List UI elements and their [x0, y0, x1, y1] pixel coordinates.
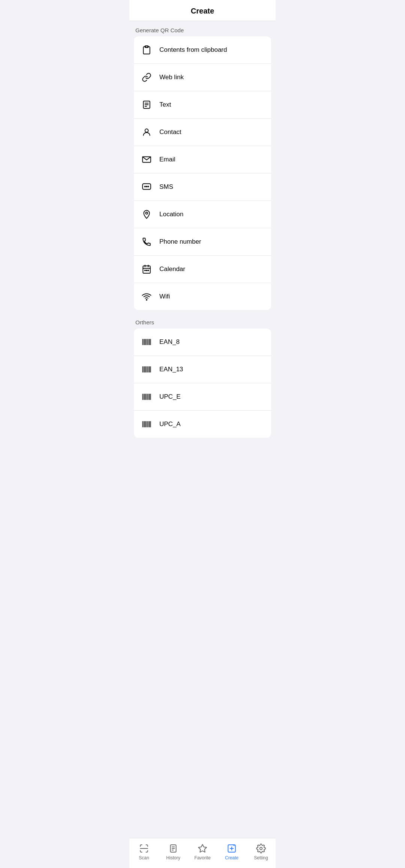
- svg-point-12: [146, 212, 147, 214]
- item-calendar-label: Calendar: [159, 265, 185, 273]
- item-calendar[interactable]: Calendar: [134, 256, 271, 283]
- svg-rect-48: [148, 394, 149, 400]
- svg-rect-58: [148, 421, 149, 427]
- nav-scan-label: Scan: [139, 855, 149, 860]
- section-label-generate-qr: Generate QR Code: [129, 21, 276, 36]
- section-label-others: Orthers: [129, 313, 276, 329]
- page-title: Create: [191, 7, 214, 15]
- create-icon: [226, 843, 237, 854]
- svg-rect-13: [143, 266, 150, 273]
- barcode-ean13-icon: [140, 363, 153, 376]
- barcode-ean8-icon: [140, 335, 153, 349]
- svg-rect-41: [142, 394, 143, 400]
- star-icon: [197, 843, 208, 854]
- nav-item-history[interactable]: History: [159, 838, 188, 865]
- history-icon: [168, 843, 178, 854]
- svg-rect-37: [147, 366, 148, 372]
- svg-rect-43: [144, 394, 145, 400]
- person-icon: [140, 125, 153, 139]
- gear-icon: [256, 843, 266, 854]
- item-email-label: Email: [159, 156, 176, 163]
- calendar-icon: [140, 262, 153, 276]
- svg-rect-35: [146, 366, 147, 372]
- svg-rect-38: [148, 366, 149, 372]
- svg-rect-22: [143, 339, 144, 345]
- svg-rect-30: [150, 339, 151, 345]
- svg-point-20: [146, 300, 147, 300]
- item-phone-label: Phone number: [159, 238, 201, 246]
- svg-rect-59: [149, 421, 150, 427]
- svg-rect-27: [147, 339, 148, 345]
- item-text[interactable]: Text: [134, 91, 271, 119]
- svg-rect-56: [147, 421, 147, 427]
- item-location-label: Location: [159, 211, 183, 218]
- item-ean13-label: EAN_13: [159, 366, 183, 373]
- svg-rect-51: [142, 421, 143, 427]
- svg-rect-28: [148, 339, 149, 345]
- others-list: EAN_8 EAN_13: [134, 329, 271, 438]
- barcode-upca-icon: [140, 417, 153, 431]
- text-icon: [140, 98, 153, 112]
- page-header: Create: [129, 0, 276, 21]
- nav-create-label: Create: [225, 855, 238, 860]
- svg-point-18: [146, 270, 147, 271]
- item-clipboard-label: Contents from clipboard: [159, 46, 227, 54]
- svg-marker-66: [198, 844, 207, 852]
- item-contact[interactable]: Contact: [134, 119, 271, 146]
- nav-item-create[interactable]: Create: [217, 838, 246, 865]
- location-icon: [140, 208, 153, 221]
- svg-point-11: [148, 186, 148, 187]
- svg-rect-46: [147, 394, 147, 400]
- svg-rect-21: [142, 339, 143, 345]
- svg-rect-24: [145, 339, 146, 345]
- item-contact-label: Contact: [159, 128, 182, 136]
- svg-rect-52: [143, 421, 144, 427]
- link-icon: [140, 71, 153, 84]
- svg-rect-47: [147, 394, 148, 400]
- item-ean8[interactable]: EAN_8: [134, 329, 271, 356]
- svg-point-17: [145, 270, 146, 271]
- item-ean8-label: EAN_8: [159, 338, 180, 346]
- svg-rect-53: [144, 421, 145, 427]
- svg-point-6: [145, 129, 148, 132]
- scan-icon: [139, 843, 149, 854]
- item-upca-label: UPC_A: [159, 420, 181, 428]
- svg-point-9: [145, 186, 146, 187]
- svg-rect-31: [142, 366, 143, 372]
- svg-rect-54: [145, 421, 146, 427]
- svg-rect-49: [149, 394, 150, 400]
- item-upce[interactable]: UPC_E: [134, 383, 271, 411]
- item-weblink-label: Web link: [159, 74, 184, 81]
- item-phone[interactable]: Phone number: [134, 228, 271, 256]
- item-location[interactable]: Location: [134, 201, 271, 228]
- item-clipboard[interactable]: Contents from clipboard: [134, 36, 271, 64]
- main-content: Generate QR Code Contents from clipboard…: [129, 21, 276, 838]
- item-sms-label: SMS: [159, 183, 173, 191]
- item-ean13[interactable]: EAN_13: [134, 356, 271, 383]
- item-upca[interactable]: UPC_A: [134, 411, 271, 438]
- item-upce-label: UPC_E: [159, 393, 181, 401]
- svg-rect-34: [145, 366, 146, 372]
- item-sms[interactable]: SMS: [134, 173, 271, 201]
- nav-history-label: History: [166, 855, 180, 860]
- svg-rect-50: [150, 394, 151, 400]
- clipboard-icon: [140, 43, 153, 57]
- svg-rect-40: [150, 366, 151, 372]
- item-wifi[interactable]: Wifi: [134, 283, 271, 310]
- svg-rect-36: [147, 366, 147, 372]
- svg-rect-55: [146, 421, 147, 427]
- item-weblink[interactable]: Web link: [134, 64, 271, 91]
- svg-rect-33: [144, 366, 145, 372]
- svg-rect-32: [143, 366, 144, 372]
- nav-item-setting[interactable]: Setting: [246, 838, 276, 865]
- svg-rect-29: [149, 339, 150, 345]
- nav-favorite-label: Favorite: [194, 855, 210, 860]
- item-email[interactable]: Email: [134, 146, 271, 173]
- wifi-icon: [140, 290, 153, 303]
- bottom-navigation: Scan History Favorite: [129, 838, 276, 868]
- phone-icon: [140, 235, 153, 249]
- nav-item-scan[interactable]: Scan: [129, 838, 159, 865]
- svg-rect-23: [144, 339, 145, 345]
- nav-item-favorite[interactable]: Favorite: [188, 838, 217, 865]
- item-wifi-label: Wifi: [159, 293, 170, 300]
